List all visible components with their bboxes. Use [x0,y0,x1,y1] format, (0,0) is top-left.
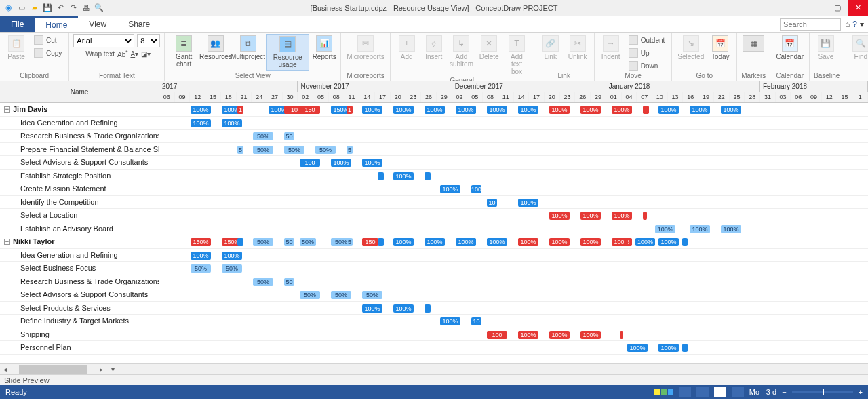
day-header[interactable]: 22 [714,92,730,102]
maximize-button[interactable]: ▢ [827,0,848,16]
usage-bar[interactable] [378,172,384,180]
add-button[interactable]: +Add [395,34,419,62]
day-header[interactable]: 26 [575,92,591,102]
tab-view[interactable]: View [78,16,117,32]
day-header[interactable]: 02 [298,92,313,102]
day-header[interactable]: 25 [730,92,745,102]
qat-new-icon[interactable]: ▭ [17,3,26,13]
usage-bar[interactable]: 50% [253,278,273,286]
task-row[interactable]: Select a Location [0,209,159,222]
usage-bar[interactable]: 50% [222,264,242,273]
usage-bar[interactable]: 100% [456,238,476,246]
down-button[interactable]: Down [626,60,668,72]
usage-bar[interactable]: 100% [721,106,741,114]
slide-preview-bar[interactable]: Slide Preview [0,374,868,385]
usage-bar[interactable]: 50% [191,264,211,273]
minimize-button[interactable]: — [807,0,827,16]
usage-bar[interactable] [425,304,431,313]
bars-panel[interactable]: 100%100%1100%10150150%1100%100%100%100%1… [159,103,868,363]
usage-bar[interactable]: 50% [253,146,273,154]
day-header[interactable]: 14 [514,92,530,102]
view-gantt-icon[interactable] [679,387,691,397]
task-row[interactable]: Research Business & Trade Organizations [0,130,159,143]
day-header[interactable]: 27 [267,92,283,102]
day-header[interactable]: 12 [822,92,837,102]
find-button[interactable]: 🔍Find [848,34,868,62]
task-row[interactable]: Select Advisors & Support Consultants [0,156,159,170]
usage-bar[interactable]: 100% [612,238,632,246]
add-subitem-button[interactable]: ↳Add subitem [449,34,475,69]
usage-bar[interactable]: 5 [347,146,353,154]
usage-bar[interactable]: 100% [191,252,211,260]
delete-button[interactable]: ✕Delete [477,34,501,62]
close-button[interactable]: ✕ [848,0,868,16]
day-header[interactable]: 06 [159,92,175,102]
usage-bar[interactable]: 50% [362,291,382,299]
usage-bar[interactable]: 1 [237,106,243,114]
month-header[interactable]: February 2018 [760,81,868,92]
task-row[interactable]: Research Business & Trade Organizations [0,275,159,289]
usage-bar[interactable]: 50% [331,291,351,299]
usage-bar[interactable]: 100% [222,119,242,127]
usage-bar[interactable] [237,238,243,246]
day-header[interactable]: 16 [683,92,698,102]
day-header[interactable]: 11 [344,92,360,102]
fontcolor-icon[interactable]: A▾ [130,50,138,58]
usage-bar[interactable]: 100% [456,106,476,114]
usage-bar[interactable]: 50 [284,238,294,246]
usage-bar[interactable]: 5 [347,238,353,246]
usage-bar[interactable]: 100% [440,185,460,193]
usage-bar[interactable]: 1 [347,106,353,114]
usage-bar[interactable] [620,331,624,339]
view-resources-icon[interactable] [696,387,709,397]
qat-undo-icon[interactable]: ↶ [56,3,65,13]
day-header[interactable]: 17 [529,92,545,102]
usage-bar[interactable]: 100% [518,238,538,246]
day-header[interactable]: 01 [606,92,622,102]
usage-bar[interactable]: 50% [253,132,273,140]
qat-redo-icon[interactable]: ↷ [68,3,78,13]
copy-button[interactable]: Copy [31,47,64,59]
day-header[interactable]: 21 [237,92,252,102]
task-row[interactable]: Establish an Advisory Board [0,222,159,236]
cut-button[interactable]: Cut [31,34,64,46]
day-header[interactable]: 20 [545,92,560,102]
day-header[interactable]: 31 [760,92,776,102]
chevron-down-icon[interactable]: ▾ [860,20,864,29]
usage-bar[interactable]: 5 [237,146,243,154]
task-row[interactable]: Define Industry & Target Markets [0,315,159,328]
usage-bar[interactable]: 10 [487,199,497,207]
save-baseline-button[interactable]: 💾Save [814,34,838,62]
usage-bar[interactable]: 100% [222,252,242,260]
scroll-right-icon[interactable]: ▸ [96,365,106,373]
font-selector[interactable]: Arial [73,34,134,47]
day-header[interactable]: 23 [560,92,576,102]
day-header[interactable]: 28 [745,92,760,102]
day-header[interactable]: 03 [776,92,791,102]
resource-usage-button[interactable]: ▤Resource usage [266,34,309,71]
scroll-left-icon[interactable]: ◂ [0,365,9,373]
day-header[interactable]: 26 [421,92,437,102]
tab-file[interactable]: File [0,16,35,32]
view-other-icon[interactable] [732,387,744,397]
task-row[interactable]: Prepare Financial Statement & Balance Sh… [0,143,159,157]
day-header[interactable]: 18 [221,92,237,102]
usage-bar[interactable] [624,238,628,246]
usage-bar[interactable]: 100% [690,106,710,114]
task-row[interactable]: Establish Strategic Position [0,170,159,183]
usage-bar[interactable]: 100% [580,331,601,339]
usage-bar[interactable]: 50% [253,238,273,246]
selected-button[interactable]: ↘Selected [676,34,705,62]
day-header[interactable]: 05 [313,92,329,102]
unlink-button[interactable]: ✂Unlink [566,34,590,62]
usage-bar[interactable]: 100% [549,106,570,114]
month-header[interactable]: December 2017 [452,81,606,92]
day-header[interactable]: 15 [837,92,853,102]
day-header[interactable]: 17 [375,92,391,102]
task-row[interactable]: Select Advisors & Support Consultants [0,288,159,302]
day-header[interactable]: 1 [852,92,868,102]
usage-bar[interactable]: 100% [487,238,507,246]
zoom-out-icon[interactable]: − [782,388,786,396]
day-header[interactable]: 09 [175,92,191,102]
microreports-button[interactable]: ✉Microreports [345,34,386,62]
